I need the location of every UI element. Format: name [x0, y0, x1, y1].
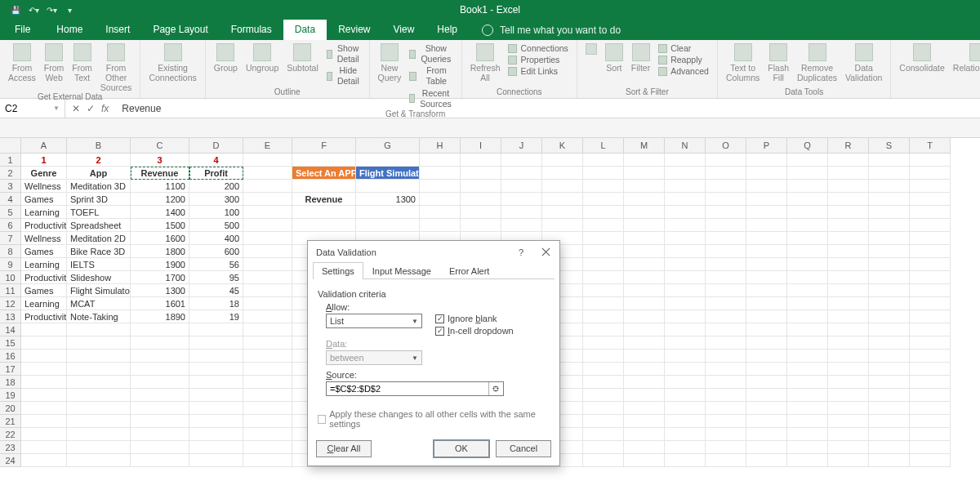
col-header-P[interactable]: P	[746, 138, 787, 154]
cell-C12[interactable]: 1601	[131, 297, 189, 310]
cell-P24[interactable]	[746, 454, 787, 467]
cell-T3[interactable]	[910, 180, 951, 193]
undo-icon[interactable]: ↶▾	[26, 2, 41, 17]
row-header-2[interactable]: 2	[0, 167, 21, 180]
cell-E9[interactable]	[243, 258, 292, 271]
qat-overflow-icon[interactable]: ▾	[62, 2, 77, 17]
cell-S4[interactable]	[869, 193, 910, 206]
cell-R1[interactable]	[828, 154, 869, 167]
cell-E13[interactable]	[243, 310, 292, 323]
cell-E14[interactable]	[243, 323, 292, 336]
cell-R10[interactable]	[828, 271, 869, 284]
cell-O24[interactable]	[706, 454, 746, 467]
close-icon[interactable]	[541, 247, 551, 257]
cell-T8[interactable]	[910, 245, 951, 258]
cell-C10[interactable]: 1700	[131, 271, 189, 284]
cell-O7[interactable]	[706, 232, 746, 245]
show-detail-button[interactable]: Show Detail	[327, 43, 361, 65]
cell-R7[interactable]	[828, 232, 869, 245]
formula-input[interactable]: Revenue	[115, 103, 980, 114]
cell-N22[interactable]	[665, 428, 706, 441]
cell-D15[interactable]	[189, 336, 243, 350]
cell-C13[interactable]: 1890	[131, 310, 189, 323]
cell-R8[interactable]	[828, 245, 869, 258]
cell-R13[interactable]	[828, 310, 869, 323]
cell-J1[interactable]	[501, 154, 542, 167]
cell-Q9[interactable]	[787, 258, 828, 271]
cell-B16[interactable]	[67, 350, 131, 363]
cell-A1[interactable]: 1	[21, 154, 67, 167]
cell-M12[interactable]	[624, 297, 665, 310]
cell-F5[interactable]	[292, 206, 356, 219]
cell-M21[interactable]	[624, 415, 665, 428]
cell-L15[interactable]	[583, 336, 624, 350]
sort-az-button[interactable]	[586, 43, 597, 77]
cell-K1[interactable]	[542, 154, 583, 167]
cell-M5[interactable]	[624, 206, 665, 219]
cell-T14[interactable]	[910, 323, 951, 336]
cell-O18[interactable]	[706, 376, 746, 389]
data-validation-button[interactable]: Data Validation	[845, 43, 882, 82]
cell-N1[interactable]	[665, 154, 706, 167]
cell-O1[interactable]	[706, 154, 746, 167]
cell-A18[interactable]	[21, 376, 67, 389]
cell-C15[interactable]	[131, 336, 189, 350]
cell-S16[interactable]	[869, 350, 910, 363]
cell-E2[interactable]	[243, 167, 292, 180]
cell-S19[interactable]	[869, 389, 910, 402]
cell-L21[interactable]	[583, 415, 624, 428]
incell-dropdown-checkbox[interactable]: ✓In-cell dropdown	[435, 326, 514, 336]
cell-A3[interactable]: Wellness	[21, 180, 67, 193]
filter-button[interactable]: Filter	[631, 43, 650, 77]
cell-R11[interactable]	[828, 284, 869, 297]
cell-C1[interactable]: 3	[131, 154, 189, 167]
cell-S1[interactable]	[869, 154, 910, 167]
cell-D7[interactable]: 400	[189, 232, 243, 245]
cell-A15[interactable]	[21, 336, 67, 350]
cell-L24[interactable]	[583, 454, 624, 467]
cell-Q5[interactable]	[787, 206, 828, 219]
cell-M13[interactable]	[624, 310, 665, 323]
cell-G2[interactable]: Flight Simulator	[356, 167, 420, 180]
cell-Q1[interactable]	[787, 154, 828, 167]
cell-B7[interactable]: Meditation 2D	[67, 232, 131, 245]
cell-R2[interactable]	[828, 167, 869, 180]
cell-B14[interactable]	[67, 323, 131, 336]
cell-O5[interactable]	[706, 206, 746, 219]
cell-B19[interactable]	[67, 389, 131, 402]
cell-L16[interactable]	[583, 350, 624, 363]
from-access-button[interactable]: From Access	[8, 43, 36, 92]
cell-R22[interactable]	[828, 428, 869, 441]
cell-E24[interactable]	[243, 454, 292, 467]
col-header-T[interactable]: T	[910, 138, 951, 154]
cell-T1[interactable]	[910, 154, 951, 167]
cell-G3[interactable]	[356, 180, 420, 193]
tab-home[interactable]: Home	[45, 20, 94, 40]
cell-P15[interactable]	[746, 336, 787, 350]
cell-P8[interactable]	[746, 245, 787, 258]
from-web-button[interactable]: From Web	[44, 43, 65, 92]
row-header-14[interactable]: 14	[0, 323, 21, 336]
cell-Q22[interactable]	[787, 428, 828, 441]
cell-N3[interactable]	[665, 180, 706, 193]
row-header-7[interactable]: 7	[0, 232, 21, 245]
cell-R3[interactable]	[828, 180, 869, 193]
cell-E16[interactable]	[243, 350, 292, 363]
cell-C6[interactable]: 1500	[131, 219, 189, 232]
cell-S9[interactable]	[869, 258, 910, 271]
row-header-17[interactable]: 17	[0, 363, 21, 376]
cell-R24[interactable]	[828, 454, 869, 467]
ignore-blank-checkbox[interactable]: ✓Ignore blank	[435, 314, 514, 323]
fx-icon[interactable]: fx	[101, 103, 109, 114]
cell-N2[interactable]	[665, 167, 706, 180]
cell-E11[interactable]	[243, 284, 292, 297]
cell-T9[interactable]	[910, 258, 951, 271]
row-header-6[interactable]: 6	[0, 219, 21, 232]
cell-P13[interactable]	[746, 310, 787, 323]
cell-M11[interactable]	[624, 284, 665, 297]
cell-N14[interactable]	[665, 323, 706, 336]
cell-L8[interactable]	[583, 245, 624, 258]
row-header-16[interactable]: 16	[0, 350, 21, 363]
cell-K6[interactable]	[542, 219, 583, 232]
ok-button[interactable]: OK	[434, 440, 489, 457]
